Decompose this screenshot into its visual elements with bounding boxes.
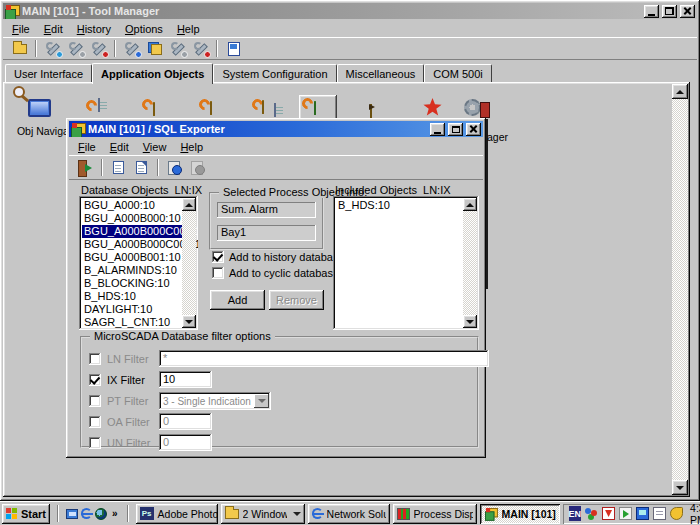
included-objects-label: Included Objects LN:IX bbox=[335, 184, 451, 196]
menu-edit[interactable]: Edit bbox=[37, 21, 70, 37]
display-icon[interactable] bbox=[636, 507, 649, 520]
minimize-button[interactable] bbox=[644, 5, 659, 18]
add-button[interactable]: Add bbox=[210, 290, 265, 310]
dialog-menu-edit[interactable]: Edit bbox=[103, 139, 136, 155]
taskbar-button-main-active[interactable]: MAIN [101] / ... bbox=[480, 504, 560, 524]
toolbar-separator bbox=[35, 40, 37, 57]
list-item[interactable]: BGU_A000:10 bbox=[82, 199, 182, 212]
config-badge bbox=[181, 51, 188, 58]
covered-icon-label: ager bbox=[487, 131, 508, 143]
menu-options[interactable]: Options bbox=[118, 21, 170, 37]
messenger-icon[interactable] bbox=[585, 507, 598, 520]
ix-filter-field[interactable]: 10 bbox=[159, 371, 212, 388]
toolbar-separator bbox=[216, 40, 218, 57]
scroll-down-button[interactable] bbox=[182, 315, 196, 328]
tabstrip: User Interface Application Objects Syste… bbox=[3, 61, 700, 82]
config-tool-button[interactable] bbox=[166, 38, 189, 59]
list-item[interactable]: BGU_A000B000C001:10 bbox=[82, 238, 182, 251]
document-icon[interactable] bbox=[653, 507, 666, 520]
show-desktop-shortcut[interactable] bbox=[66, 506, 78, 522]
dialog-menu-help[interactable]: Help bbox=[173, 139, 210, 155]
list-item[interactable]: B_HDS:10 bbox=[336, 199, 463, 212]
list-scrollbar[interactable] bbox=[463, 198, 477, 328]
scroll-down-button[interactable] bbox=[463, 315, 477, 328]
delete-tool-button[interactable] bbox=[87, 38, 110, 59]
copy-button[interactable] bbox=[143, 38, 166, 59]
menu-file[interactable]: File bbox=[5, 21, 37, 37]
tab-miscellaneous[interactable]: Miscellaneous bbox=[337, 64, 425, 82]
delete-badge bbox=[102, 51, 109, 58]
taskbar-button-photoshop[interactable]: Ps Adobe Photoshop... bbox=[136, 504, 218, 524]
assistant-icon[interactable] bbox=[670, 507, 683, 520]
ix-filter-checkbox[interactable] bbox=[89, 374, 101, 386]
main-titlebar[interactable]: MAIN [101] - Tool Manager bbox=[3, 3, 697, 19]
list-item[interactable]: DAYLIGHT:10 bbox=[82, 303, 182, 316]
dialog-close-button[interactable] bbox=[466, 123, 481, 136]
list-item[interactable]: SAGR_L_CNT:10 bbox=[82, 316, 182, 329]
list-item[interactable]: BGU_A000B000:10 bbox=[82, 212, 182, 225]
scroll-up-button[interactable] bbox=[182, 198, 196, 211]
remove-tool-button[interactable] bbox=[189, 38, 212, 59]
included-objects-list[interactable]: B_HDS:10 bbox=[333, 196, 479, 330]
open-button[interactable] bbox=[130, 157, 153, 178]
taskbar-button-network-solutions[interactable]: Network Solutions... bbox=[308, 504, 390, 524]
taskbar-button-process-display[interactable]: Process Display [... bbox=[393, 504, 477, 524]
content-scrollbar[interactable] bbox=[672, 84, 688, 495]
list-item[interactable]: B_BLOCKING:10 bbox=[82, 277, 182, 290]
list-scrollbar[interactable] bbox=[182, 198, 196, 328]
photoshop-icon: Ps bbox=[140, 507, 154, 520]
menu-history[interactable]: History bbox=[70, 21, 118, 37]
list-item-selected[interactable]: BGU_A000B000C000:10 bbox=[82, 225, 182, 238]
tab-system-configuration[interactable]: System Configuration bbox=[213, 64, 336, 82]
player-icon[interactable] bbox=[619, 507, 632, 520]
system-tray: EN 4:30 PM bbox=[563, 504, 700, 524]
dialog-menu-view[interactable]: View bbox=[136, 139, 174, 155]
un-filter-checkbox[interactable] bbox=[89, 437, 101, 449]
close-button[interactable] bbox=[680, 5, 695, 18]
pt-filter-label: PT Filter bbox=[107, 395, 153, 407]
clock[interactable]: 4:30 PM bbox=[687, 502, 700, 525]
history-db-checkbox[interactable] bbox=[212, 251, 224, 263]
language-indicator[interactable]: EN bbox=[569, 506, 582, 521]
dialog-menu-file[interactable]: File bbox=[71, 139, 103, 155]
tool-properties-button[interactable] bbox=[64, 38, 87, 59]
folder-button[interactable] bbox=[8, 38, 31, 59]
pt-filter-checkbox[interactable] bbox=[89, 395, 101, 407]
export-button[interactable] bbox=[163, 157, 186, 178]
scroll-down-button[interactable] bbox=[672, 480, 688, 495]
pt-filter-row: PT Filter 3 - Single Indication bbox=[89, 392, 271, 410]
yellow-database-icon bbox=[153, 102, 155, 116]
list-item[interactable]: B_HDS:10 bbox=[82, 290, 182, 303]
database-objects-list[interactable]: BGU_A000:10 BGU_A000B000:10 BGU_A000B000… bbox=[79, 196, 198, 330]
tab-application-objects[interactable]: Application Objects bbox=[92, 63, 213, 84]
globe-shortcut[interactable] bbox=[95, 506, 107, 522]
list-item[interactable]: B_ALARMINDS:10 bbox=[82, 264, 182, 277]
quick-launch-overflow[interactable]: » bbox=[110, 508, 120, 519]
dialog-maximize-button[interactable] bbox=[448, 123, 463, 136]
exit-button[interactable] bbox=[74, 157, 97, 178]
scroll-up-button[interactable] bbox=[672, 84, 688, 99]
add-tool-button[interactable] bbox=[41, 38, 64, 59]
dialog-title: MAIN [101] / SQL Exporter bbox=[88, 123, 427, 135]
alarm-star-icon bbox=[423, 98, 442, 117]
start-button[interactable]: Start bbox=[2, 504, 50, 524]
obj-navigator-tool[interactable] bbox=[27, 98, 61, 128]
ln-filter-checkbox[interactable] bbox=[89, 353, 101, 365]
browser-shortcut[interactable] bbox=[81, 506, 92, 522]
dialog-minimize-button[interactable] bbox=[430, 123, 445, 136]
report-button[interactable] bbox=[222, 38, 245, 59]
new-button[interactable] bbox=[107, 157, 130, 178]
add-item-button[interactable] bbox=[120, 38, 143, 59]
tab-user-interface[interactable]: User Interface bbox=[5, 64, 92, 82]
cyclic-db-checkbox[interactable] bbox=[212, 267, 224, 279]
tab-com500i[interactable]: COM 500i bbox=[424, 64, 492, 82]
scroll-up-button[interactable] bbox=[463, 198, 477, 211]
list-item[interactable]: BGU_A000B001:10 bbox=[82, 251, 182, 264]
menu-help[interactable]: Help bbox=[170, 21, 207, 37]
dialog-titlebar[interactable]: MAIN [101] / SQL Exporter bbox=[69, 121, 483, 137]
oa-filter-checkbox[interactable] bbox=[89, 416, 101, 428]
antivirus-icon[interactable] bbox=[602, 507, 615, 520]
taskbar-button-explorer-group[interactable]: 2 Windows Expl... bbox=[221, 504, 305, 524]
un-filter-label: UN Filter bbox=[107, 437, 153, 449]
restore-button[interactable] bbox=[662, 5, 677, 18]
